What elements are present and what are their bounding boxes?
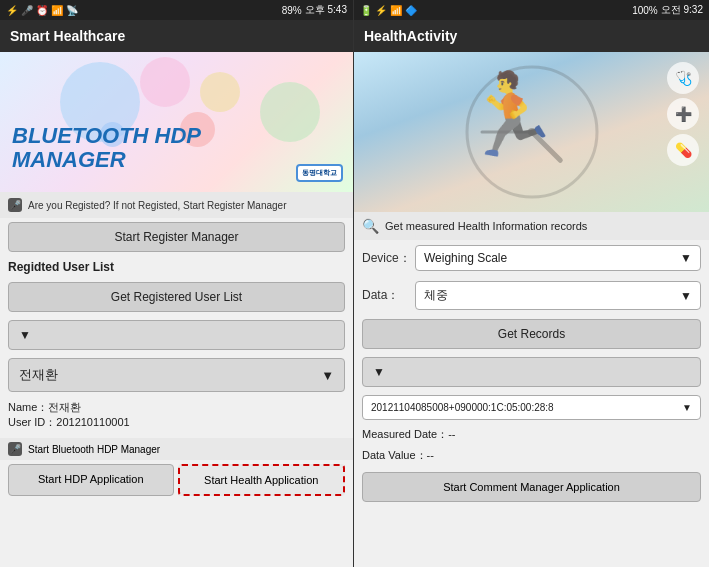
measured-date-label: Measured Date：-- bbox=[362, 428, 456, 440]
register-message-row: 🎤 Are you Registed? If not Registed, Sta… bbox=[0, 192, 353, 218]
records-expand-button[interactable]: ▼ bbox=[362, 357, 701, 387]
user-info-section: Name：전재환 User ID：201210110001 bbox=[0, 396, 353, 434]
bt-line2: MANAGER bbox=[12, 148, 201, 172]
health-image-area: 🏃 🩺 ➕ 💊 bbox=[354, 52, 709, 212]
wifi-icon: 📶 bbox=[51, 5, 63, 16]
left-app-title: Smart Healthcare bbox=[10, 28, 125, 44]
register-btn-row: Start Register Manager bbox=[0, 218, 353, 256]
signal-icon: 📡 bbox=[66, 5, 78, 16]
treadmill-figure: 🏃 bbox=[461, 68, 561, 162]
wifi-icon-right: 📶 bbox=[390, 5, 402, 16]
user-name-dropdown[interactable]: 전재환 ▼ bbox=[8, 358, 345, 392]
record-value-text: 20121104085008+090000:1C:05:00:28:8 bbox=[371, 402, 554, 413]
bluetooth-icon-right: 🔷 bbox=[405, 5, 417, 16]
user-dropdown-arrow: ▼ bbox=[321, 368, 334, 383]
right-status-icons: 🔋 ⚡ 📶 🔷 bbox=[360, 5, 417, 16]
get-registered-button[interactable]: Get Registered User List bbox=[8, 282, 345, 312]
data-dropdown[interactable]: 체중 ▼ bbox=[415, 281, 701, 310]
left-status-bar: ⚡ 🎤 ⏰ 📶 📡 89% 오후 5:43 bbox=[0, 0, 353, 20]
time-left: 오후 5:43 bbox=[305, 3, 347, 17]
first-aid-icon: ➕ bbox=[667, 98, 699, 130]
data-value: 체중 bbox=[424, 287, 448, 304]
alarm-icon: ⏰ bbox=[36, 5, 48, 16]
right-status-right: 100% 오전 9:32 bbox=[632, 3, 703, 17]
right-status-bar: 🔋 ⚡ 📶 🔷 100% 오전 9:32 bbox=[354, 0, 709, 20]
mic-icon-status: 🎤 bbox=[21, 5, 33, 16]
left-status-icons: ⚡ 🎤 ⏰ 📶 📡 bbox=[6, 5, 78, 16]
battery-percent-right: 100% bbox=[632, 5, 658, 16]
device-value: Weighing Scale bbox=[424, 251, 507, 265]
get-records-button[interactable]: Get Records bbox=[362, 319, 701, 349]
start-comment-button[interactable]: Start Comment Manager Application bbox=[362, 472, 701, 502]
bubble-2 bbox=[140, 57, 190, 107]
data-dropdown-arrow: ▼ bbox=[680, 289, 692, 303]
charge-icon: 🔋 bbox=[360, 5, 372, 16]
blood-pressure-icon: 🩺 bbox=[667, 62, 699, 94]
left-title-bar: Smart Healthcare bbox=[0, 20, 353, 52]
left-status-right: 89% 오후 5:43 bbox=[282, 3, 347, 17]
get-records-btn-row: Get Records bbox=[354, 315, 709, 353]
start-hdp-button[interactable]: Start HDP Application bbox=[8, 464, 174, 496]
data-label: Data： bbox=[362, 287, 407, 304]
mic-icon-register: 🎤 bbox=[8, 198, 22, 212]
record-value-dropdown[interactable]: 20121104085008+090000:1C:05:00:28:8 ▼ bbox=[362, 395, 701, 420]
right-title-bar: HealthActivity bbox=[354, 20, 709, 52]
dropdown-row: ▼ bbox=[0, 316, 353, 354]
left-content-area: 🎤 Are you Registed? If not Registed, Sta… bbox=[0, 192, 353, 567]
start-health-button[interactable]: Start Health Application bbox=[178, 464, 346, 496]
data-value-row: Data Value：-- bbox=[354, 445, 709, 466]
records-dropdown-row: ▼ bbox=[354, 353, 709, 391]
data-form-row: Data： 체중 ▼ bbox=[354, 276, 709, 315]
right-phone: → 🔋 ⚡ 📶 🔷 100% 오전 9:32 HealthActivity bbox=[354, 0, 709, 567]
user-id-detail: User ID：201210110001 bbox=[8, 415, 345, 430]
bluetooth-icon: ⚡ bbox=[6, 5, 18, 16]
bt-line1: BLUETOOTH HDP bbox=[12, 124, 201, 148]
search-row: 🔍 Get measured Health Information record… bbox=[354, 212, 709, 240]
device-dropdown-arrow: ▼ bbox=[680, 251, 692, 265]
user-name-detail: Name：전재환 bbox=[8, 400, 345, 415]
record-dropdown-arrow: ▼ bbox=[682, 402, 692, 413]
dropdown-arrow-icon: ▼ bbox=[19, 328, 31, 342]
get-registered-btn-row: Get Registered User List bbox=[0, 278, 353, 316]
glucose-meter-icon: 💊 bbox=[667, 134, 699, 166]
user-name-text: 전재환 bbox=[19, 366, 58, 384]
data-value-label: Data Value：-- bbox=[362, 449, 434, 461]
bluetooth-hdp-text: BLUETOOTH HDP MANAGER bbox=[12, 124, 201, 172]
bubble-4 bbox=[260, 82, 320, 142]
right-app-title: HealthActivity bbox=[364, 28, 457, 44]
registered-user-label: Regidted User List bbox=[0, 256, 353, 278]
device-dropdown[interactable]: Weighing Scale ▼ bbox=[415, 245, 701, 271]
start-register-button[interactable]: Start Register Manager bbox=[8, 222, 345, 252]
device-form-row: Device： Weighing Scale ▼ bbox=[354, 240, 709, 276]
time-right: 오전 9:32 bbox=[661, 3, 703, 17]
bubble-3 bbox=[200, 72, 240, 112]
arrow-right-icon: → bbox=[354, 260, 356, 282]
expand-arrow: ▼ bbox=[373, 365, 385, 379]
arrow-connector: → bbox=[354, 260, 356, 283]
device-label: Device： bbox=[362, 250, 407, 267]
dropdown-button[interactable]: ▼ bbox=[8, 320, 345, 350]
usb-icon: ⚡ bbox=[375, 5, 387, 16]
user-name-row: 전재환 ▼ bbox=[0, 354, 353, 396]
hero-image-area: BLUETOOTH HDP MANAGER 동명대학교 bbox=[0, 52, 353, 192]
start-bluetooth-label: Start Bluetooth HDP Manager bbox=[28, 444, 160, 455]
bottom-buttons-row: Start HDP Application Start Health Appli… bbox=[0, 460, 353, 502]
health-devices: 🩺 ➕ 💊 bbox=[667, 62, 699, 166]
search-label: Get measured Health Information records bbox=[385, 220, 587, 232]
left-phone: ⚡ 🎤 ⏰ 📶 📡 89% 오후 5:43 Smart Healthcare B… bbox=[0, 0, 354, 567]
right-content-area: 🔍 Get measured Health Information record… bbox=[354, 212, 709, 567]
university-logo: 동명대학교 bbox=[296, 164, 343, 182]
register-message: Are you Registed? If not Registed, Start… bbox=[28, 200, 286, 211]
measured-date-row: Measured Date：-- bbox=[354, 424, 709, 445]
search-icon: 🔍 bbox=[362, 218, 379, 234]
bluetooth-section-row: 🎤 Start Bluetooth HDP Manager bbox=[0, 438, 353, 460]
mic-icon-bluetooth: 🎤 bbox=[8, 442, 22, 456]
battery-percent-left: 89% bbox=[282, 5, 302, 16]
